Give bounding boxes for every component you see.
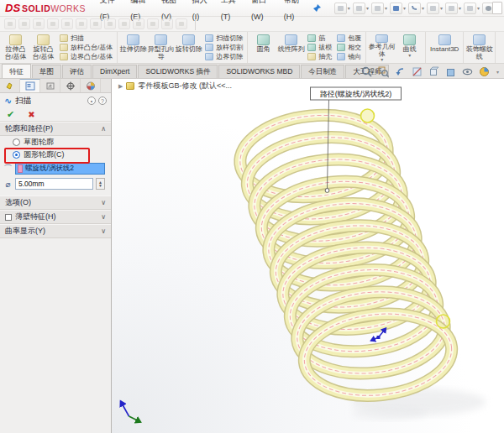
radio-icon[interactable] xyxy=(13,138,20,146)
diameter-stepper[interactable]: ▲▼ xyxy=(96,178,105,190)
dropdown-caret-icon[interactable]: ▾ xyxy=(348,5,350,11)
section-thin-feature[interactable]: 薄壁特征(H) ∨ xyxy=(0,210,111,224)
help-icon[interactable]: ? xyxy=(98,97,107,105)
ribbon-button[interactable]: 镜向 xyxy=(337,52,361,61)
section-profile-path[interactable]: 轮廓和路径(P) ∧ xyxy=(0,122,111,136)
menu-item[interactable]: 窗口(W) xyxy=(245,0,278,25)
dimxpert-manager-tab[interactable] xyxy=(60,79,81,92)
dropdown-caret-icon[interactable]: ▾ xyxy=(385,5,387,11)
ok-button[interactable]: ✔ xyxy=(7,109,14,120)
legacy-tool-icon[interactable] xyxy=(47,18,59,29)
ribbon-button[interactable]: Instant3D xyxy=(428,33,461,62)
feature-manager-tab[interactable] xyxy=(0,79,20,92)
ribbon-button[interactable]: 线性阵列 xyxy=(277,33,305,62)
dropdown-caret-icon[interactable]: ▾ xyxy=(366,5,369,11)
section-options[interactable]: 选项(O) ∨ xyxy=(0,196,111,210)
print-icon[interactable] xyxy=(390,3,402,14)
menu-item[interactable]: 帮助(H) xyxy=(278,0,309,25)
ribbon-button[interactable]: 拉伸切除 xyxy=(119,33,147,62)
menu-item[interactable]: 工具(T) xyxy=(215,0,245,25)
ribbon-button[interactable]: 边界切除 xyxy=(205,52,243,61)
dropdown-caret-icon[interactable]: ▾ xyxy=(422,5,424,11)
radio-sketch-profile[interactable]: 草图轮廓 xyxy=(0,136,111,149)
dropdown-caret-icon[interactable]: ▾ xyxy=(440,5,443,11)
ribbon-button[interactable]: 旋转凸台/基体 xyxy=(29,33,57,62)
cancel-button[interactable]: ✖ xyxy=(28,110,34,119)
legacy-tool-icon[interactable] xyxy=(147,18,159,29)
ribbon-button[interactable]: 拔模 xyxy=(307,43,332,52)
edit-appearance-icon[interactable] xyxy=(479,65,491,77)
section-curvature[interactable]: 曲率显示(Y) ∨ xyxy=(0,224,111,238)
open-icon[interactable] xyxy=(353,3,365,14)
previous-view-icon[interactable] xyxy=(395,65,407,77)
legacy-tool-icon[interactable] xyxy=(104,18,116,29)
radio-selected-icon[interactable] xyxy=(13,151,20,159)
menu-item[interactable]: 插入(I) xyxy=(186,0,215,25)
command-tab[interactable]: 今日制造 xyxy=(301,65,344,78)
ribbon-button[interactable]: 相交 xyxy=(337,43,361,52)
display-style-icon[interactable] xyxy=(445,65,457,77)
undo-icon[interactable] xyxy=(408,3,421,14)
new-document-icon[interactable] xyxy=(334,3,347,14)
legacy-tool-icon[interactable] xyxy=(133,18,144,29)
ribbon-button[interactable]: 装饰螺纹线 xyxy=(465,33,493,62)
section-view-icon[interactable] xyxy=(412,65,423,77)
zoom-fit-icon[interactable] xyxy=(361,65,373,77)
document-breadcrumb[interactable]: ▶ 零件模板GB-修改 (默认<<... xyxy=(118,81,232,91)
dropdown-caret-icon[interactable]: ▾ xyxy=(496,69,499,75)
view-orientation-icon[interactable] xyxy=(428,65,440,77)
dropdown-caret-icon[interactable]: ▾ xyxy=(477,5,480,11)
display-manager-tab[interactable] xyxy=(81,79,101,92)
ribbon-button[interactable]: 异型孔向导 xyxy=(147,33,175,62)
ribbon-button[interactable]: 扫描 xyxy=(60,34,113,43)
dropdown-caret-icon[interactable]: ▾ xyxy=(459,5,461,11)
legacy-tool-icon[interactable] xyxy=(4,18,16,29)
ribbon-button[interactable]: 筋 xyxy=(307,34,332,43)
save-icon[interactable] xyxy=(371,3,384,14)
ribbon-button[interactable]: 拉伸凸台/基体 xyxy=(2,33,29,62)
thin-feature-checkbox[interactable] xyxy=(5,214,12,221)
configuration-manager-tab[interactable] xyxy=(40,79,60,92)
ribbon-button[interactable]: 放样凸台/基体 xyxy=(60,43,113,52)
legacy-tool-icon[interactable] xyxy=(76,18,87,29)
file-properties-icon[interactable] xyxy=(464,3,476,14)
command-tab[interactable]: SOLIDWORKS 插件 xyxy=(138,65,218,78)
command-tab[interactable]: 草图 xyxy=(32,65,61,78)
rebuild-icon[interactable] xyxy=(445,3,458,14)
legacy-tool-icon[interactable] xyxy=(33,18,45,29)
legacy-tool-icon[interactable] xyxy=(118,18,130,29)
graphics-viewport[interactable]: ▶ 零件模板GB-修改 (默认<<... xyxy=(112,79,504,433)
legacy-tool-icon[interactable] xyxy=(61,18,73,29)
select-icon[interactable] xyxy=(427,3,439,14)
ribbon-button[interactable]: 边界凸台/基体 xyxy=(60,52,113,61)
hide-show-items-icon[interactable] xyxy=(462,65,474,77)
diameter-input[interactable]: 5.00mm xyxy=(15,178,93,190)
legacy-tool-icon[interactable] xyxy=(90,18,102,29)
command-tab[interactable]: DimXpert xyxy=(92,65,137,78)
legacy-tool-icon[interactable] xyxy=(18,18,30,29)
ribbon-button[interactable]: 包覆 xyxy=(337,34,361,43)
ribbon-button[interactable]: 曲线 xyxy=(396,33,423,62)
dropdown-caret-icon[interactable]: ▾ xyxy=(403,5,406,11)
radio-circular-profile[interactable]: 圆形轮廓(C) xyxy=(0,149,111,161)
pin-icon[interactable]: • xyxy=(87,97,96,105)
legacy-tool-icon[interactable] xyxy=(176,18,187,29)
spring-model-canvas[interactable]: 路径(螺旋线/涡状线2) xyxy=(112,79,504,433)
path-selection-field[interactable]: 螺旋线/涡状线2 xyxy=(15,163,105,175)
pin-icon[interactable] xyxy=(311,3,323,14)
ribbon-button[interactable]: 旋转切除 xyxy=(175,33,202,62)
command-tab[interactable]: SOLIDWORKS MBD xyxy=(218,65,300,78)
ribbon-button[interactable]: 抽壳 xyxy=(307,52,332,61)
spring-model[interactable] xyxy=(236,108,456,403)
draft-icon xyxy=(307,44,316,51)
property-manager-tab[interactable] xyxy=(20,79,40,92)
command-tab[interactable]: 特征 xyxy=(2,64,31,78)
zoom-area-icon[interactable] xyxy=(378,65,390,77)
command-tab[interactable]: 评估 xyxy=(62,65,92,78)
flyout-tree-arrow-icon[interactable]: ▶ xyxy=(118,83,123,90)
ribbon-button[interactable]: 放样切割 xyxy=(205,43,243,52)
ribbon-button[interactable]: 扫描切除 xyxy=(205,34,243,43)
ribbon-button[interactable]: 参考几何体 xyxy=(368,33,396,62)
ribbon-button[interactable]: 圆角 xyxy=(249,33,277,62)
legacy-tool-icon[interactable] xyxy=(161,18,173,29)
